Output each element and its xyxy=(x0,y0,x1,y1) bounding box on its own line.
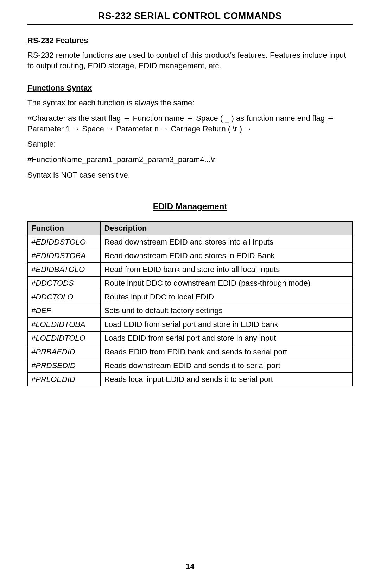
fn-cell: #DDCTOLO xyxy=(28,290,101,304)
fn-cell: #DDCTODS xyxy=(28,276,101,290)
table-row: #PRDSEDID Reads downstream EDID and send… xyxy=(28,359,353,372)
syntax-intro: The syntax for each function is always t… xyxy=(27,98,353,108)
fn-cell: #EDIDBATOLO xyxy=(28,262,101,276)
desc-cell: Read from EDID bank and store into all l… xyxy=(101,262,353,276)
edid-table: Function Description #EDIDDSTOLO Read do… xyxy=(27,221,353,386)
syntax-sample: #FunctionName_param1_param2_param3_param… xyxy=(27,154,353,165)
fn-cell: #PRBAEDID xyxy=(28,345,101,359)
desc-cell: Load EDID from serial port and store in … xyxy=(101,317,353,331)
page-title: RS-232 SERIAL CONTROL COMMANDS xyxy=(27,11,353,24)
page: RS-232 SERIAL CONTROL COMMANDS RS-232 Fe… xyxy=(0,0,380,588)
syntax-detail: #Character as the start flag → Function … xyxy=(27,113,353,134)
col-description: Description xyxy=(101,221,353,235)
col-function: Function xyxy=(28,221,101,235)
fn-cell: #PRDSEDID xyxy=(28,359,101,372)
syntax-note: Syntax is NOT case sensitive. xyxy=(27,170,353,180)
fn-cell: #EDIDDSTOBA xyxy=(28,249,101,262)
fn-cell: #LOEDIDTOLO xyxy=(28,331,101,345)
syntax-sample-label: Sample: xyxy=(27,139,353,149)
table-row: #DEF Sets unit to default factory settin… xyxy=(28,304,353,317)
desc-cell: Reads local input EDID and sends it to s… xyxy=(101,372,353,386)
table-row: #DDCTODS Route input DDC to downstream E… xyxy=(28,276,353,290)
table-row: #EDIDBATOLO Read from EDID bank and stor… xyxy=(28,262,353,276)
desc-cell: Sets unit to default factory settings xyxy=(101,304,353,317)
title-rule xyxy=(27,24,353,25)
desc-cell: Read downstream EDID and stores in EDID … xyxy=(101,249,353,262)
fn-cell: #LOEDIDTOBA xyxy=(28,317,101,331)
edid-heading: EDID Management xyxy=(27,202,353,211)
desc-cell: Reads downstream EDID and sends it to se… xyxy=(101,359,353,372)
table-row: #EDIDDSTOBA Read downstream EDID and sto… xyxy=(28,249,353,262)
table-row: #LOEDIDTOLO Loads EDID from serial port … xyxy=(28,331,353,345)
table-header-row: Function Description xyxy=(28,221,353,235)
page-number: 14 xyxy=(0,562,380,571)
desc-cell: Routes input DDC to local EDID xyxy=(101,290,353,304)
table-row: #PRBAEDID Reads EDID from EDID bank and … xyxy=(28,345,353,359)
fn-cell: #DEF xyxy=(28,304,101,317)
table-row: #PRLOEDID Reads local input EDID and sen… xyxy=(28,372,353,386)
table-row: #DDCTOLO Routes input DDC to local EDID xyxy=(28,290,353,304)
syntax-heading: Functions Syntax xyxy=(27,83,353,93)
fn-cell: #PRLOEDID xyxy=(28,372,101,386)
features-text: RS-232 remote functions are used to cont… xyxy=(27,50,353,71)
fn-cell: #EDIDDSTOLO xyxy=(28,235,101,249)
table-row: #EDIDDSTOLO Read downstream EDID and sto… xyxy=(28,235,353,249)
desc-cell: Route input DDC to downstream EDID (pass… xyxy=(101,276,353,290)
desc-cell: Read downstream EDID and stores into all… xyxy=(101,235,353,249)
features-heading: RS-232 Features xyxy=(27,36,353,45)
desc-cell: Loads EDID from serial port and store in… xyxy=(101,331,353,345)
table-row: #LOEDIDTOBA Load EDID from serial port a… xyxy=(28,317,353,331)
desc-cell: Reads EDID from EDID bank and sends to s… xyxy=(101,345,353,359)
